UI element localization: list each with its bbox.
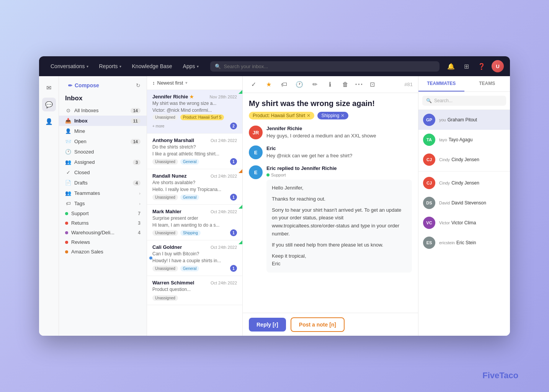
teammate-item[interactable]: CJ Cindy Cindy Jensen <box>418 173 510 193</box>
conversation-detail: My shirt was the wrong size again! Produ… <box>243 93 418 313</box>
sidebar-label-item[interactable]: Warehousing/Deli... 4 <box>59 228 147 237</box>
teammate-avatar: CJ <box>423 154 435 166</box>
teammate-item[interactable]: GP you Graham Pitout <box>418 110 510 130</box>
teammate-name: Cindy Jensen <box>451 157 479 162</box>
teammate-item[interactable]: CJ Cindy Cindy Jensen <box>418 150 510 170</box>
conv-subject: Are shorts available? <box>152 180 237 185</box>
help-icon[interactable]: ❓ <box>476 61 487 72</box>
search-input[interactable] <box>224 64 435 69</box>
conv-preview: Hi team, I am wanting to do a s... <box>152 222 237 228</box>
user-avatar[interactable]: U <box>492 60 504 72</box>
sidebar-item-closed[interactable]: ✓ Closed <box>59 167 147 178</box>
label-dot <box>65 241 68 244</box>
main-body: ✉ 💬 👤 ✏ Compose ↻ Inbox ⊙ All Inboxes 14… <box>39 76 510 336</box>
conv-subject: My shirt was the wrong size a... <box>152 101 237 106</box>
expand-icon[interactable]: ⊡ <box>367 79 378 90</box>
sidebar-item-inbox[interactable]: 📥 Inbox 11 <box>59 116 147 126</box>
conv-name: Warren Schimmel <box>152 280 194 286</box>
refresh-icon[interactable]: ↻ <box>136 82 141 88</box>
inbox-icon-btn[interactable]: ✉ <box>42 81 56 95</box>
nav-apps[interactable]: Apps ▾ <box>178 61 204 72</box>
conv-date: Oct 24th 2022 <box>211 138 237 143</box>
conv-name: Jennifer Richie ★ <box>152 94 194 100</box>
sidebar-item-teammates[interactable]: 👥 Teammates › <box>59 188 147 198</box>
sidebar-label-item[interactable]: Amazon Sales <box>59 247 147 256</box>
teammate-item[interactable]: DS David David Stevenson <box>418 193 510 213</box>
chevron-down-icon: ▾ <box>197 64 199 69</box>
nav-conversations[interactable]: Conversations ▾ <box>45 61 94 72</box>
conv-meta: Unassigned General 1 <box>152 194 237 201</box>
star-icon[interactable]: ★ <box>263 79 274 90</box>
teammate-handle: Cindy <box>439 181 450 185</box>
sidebar-item-all-inboxes[interactable]: ⊙ All Inboxes 14 <box>59 105 147 116</box>
check-icon[interactable]: ✓ <box>248 79 259 90</box>
edit-icon[interactable]: ✏ <box>309 79 320 90</box>
teammate-info: Cindy Cindy Jensen <box>439 157 479 162</box>
shipping-tag[interactable]: Shipping ✕ <box>317 112 348 119</box>
teammate-handle: you <box>439 118 446 122</box>
conv-preview: Hello. I really love my Tropicana... <box>152 187 237 192</box>
teammate-item[interactable]: ES ericstein Eric Stein <box>418 233 510 253</box>
teammate-item[interactable]: VC Victor Victor Clima <box>418 213 510 233</box>
conversation-item[interactable]: Jennifer Richie ★ Nov 28th 2022 My shirt… <box>147 90 242 134</box>
sidebar-label-item[interactable]: Returns 3 <box>59 218 147 228</box>
teammate-avatar: CJ <box>423 177 435 189</box>
conv-indicator <box>239 169 242 173</box>
sidebar-item-drafts[interactable]: 📄 Drafts 4 <box>59 178 147 188</box>
conv-name: Cali Goldner <box>152 244 182 250</box>
label-dot <box>65 212 68 215</box>
trash-icon[interactable]: 🗑 <box>340 79 351 90</box>
info-icon[interactable]: ℹ <box>325 79 335 90</box>
sidebar-item-mine[interactable]: 👤 Mine <box>59 126 147 136</box>
contacts-icon-btn[interactable]: 👤 <box>42 114 56 128</box>
notification-icon[interactable]: 🔔 <box>446 61 456 72</box>
conversation-item[interactable]: Randall Nunez Oct 24th 2022 Are shorts a… <box>147 169 242 205</box>
product-tag[interactable]: Product: Hawaii Surf Shirt ✕ <box>249 112 314 119</box>
more-label: + more <box>152 124 164 128</box>
teammate-avatar: ES <box>423 237 435 249</box>
post-note-button[interactable]: Post a note [n] <box>291 317 345 332</box>
message-item-reply: E Eric replied to Jennifer Richie Suppor… <box>249 165 412 273</box>
all-inboxes-icon: ⊙ <box>65 108 71 113</box>
eric-avatar: E <box>249 145 263 159</box>
sidebar-item-assigned[interactable]: 👥 Assigned 3 <box>59 157 147 167</box>
grid-icon[interactable]: ⊞ <box>461 61 472 72</box>
conv-meta: Unassigned General 1 <box>152 158 237 165</box>
sidebar-item-snoozed[interactable]: 🕐 Snoozed <box>59 147 147 157</box>
conv-meta: Unassigned Shipping 1 <box>152 229 237 236</box>
conv-date: Oct 24th 2022 <box>211 245 237 250</box>
conv-preview: Victor: @nick Mind confirmi... <box>152 108 237 113</box>
message-body: Eric Hey @nick can we get her a free shi… <box>266 145 412 159</box>
conversation-item[interactable]: Anthony Marshall Oct 24th 2022 Do the sh… <box>147 134 242 169</box>
sidebar-item-tags[interactable]: 🏷 Tags › <box>59 198 147 209</box>
compose-button[interactable]: ✏ Compose <box>65 81 102 90</box>
sidebar-label-item[interactable]: Support 7 <box>59 209 147 218</box>
nav-knowledge-base[interactable]: Knowledge Base <box>127 61 178 72</box>
teammate-info: David David Stevenson <box>439 200 486 206</box>
sidebar-item-open[interactable]: 📨 Open 14 <box>59 136 147 147</box>
conversation-item[interactable]: Warren Schimmel Oct 24th 2022 Product qu… <box>147 276 242 305</box>
sort-button[interactable]: ↕ Newest first ▾ <box>147 76 242 90</box>
teammate-item[interactable]: TA tayo Tayo Agagu <box>418 130 510 150</box>
star-icon: ★ <box>190 94 194 100</box>
reply-button[interactable]: Reply [r] <box>249 318 286 332</box>
conversation-item[interactable]: Cali Goldner Oct 24th 2022 Can I buy wit… <box>147 240 242 276</box>
sidebar-label-item[interactable]: Reviews <box>59 237 147 247</box>
conversation-item[interactable]: Mark Mahler Oct 24th 2022 Surprise prese… <box>147 205 242 240</box>
message-body: Jennifer Richie Hey guys, I ordered a me… <box>266 126 412 139</box>
tab-teammates[interactable]: TEAMMATES <box>418 76 464 91</box>
nav-reports[interactable]: Reports ▾ <box>94 61 127 72</box>
branding: FiveTaco <box>482 371 518 381</box>
more-options-btn[interactable]: ••• <box>355 82 363 87</box>
tab-teams[interactable]: TEAMS <box>464 76 510 91</box>
conv-subject: Surprise present order <box>152 216 237 221</box>
teammate-search-input[interactable] <box>434 98 502 103</box>
tag-icon[interactable]: 🏷 <box>279 79 289 90</box>
chat-icon-btn[interactable]: 💬 <box>42 98 56 111</box>
conv-item-header: Anthony Marshall Oct 24th 2022 <box>152 137 237 143</box>
teammate-name: Cindy Jensen <box>451 180 479 186</box>
nav-actions: 🔔 ⊞ ❓ U <box>446 60 504 72</box>
snooze-icon[interactable]: 🕐 <box>294 79 305 90</box>
remove-product-tag[interactable]: ✕ <box>307 113 310 118</box>
remove-shipping-tag[interactable]: ✕ <box>341 113 345 118</box>
